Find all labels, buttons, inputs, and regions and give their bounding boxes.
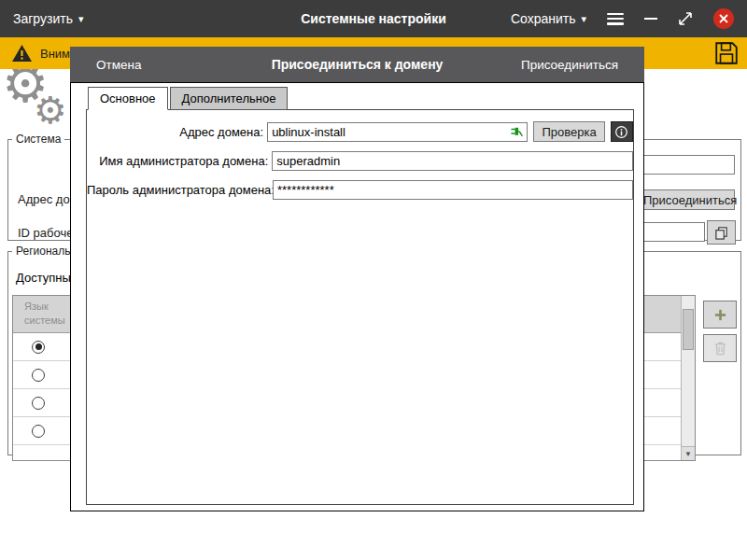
warning-icon	[11, 44, 33, 63]
copy-button[interactable]	[707, 220, 736, 245]
chevron-down-icon: ▾	[581, 14, 586, 24]
language-radio[interactable]	[32, 369, 45, 382]
dialog-password-input[interactable]	[273, 180, 633, 200]
settings-gear-small-icon: ⚙	[34, 91, 67, 129]
domain-address-row: Адрес домена: Проверка	[87, 121, 633, 142]
dialog-admin-input[interactable]	[272, 151, 633, 171]
dialog-header: Отмена Присоединиться к домену Присоедин…	[70, 47, 644, 82]
expand-icon[interactable]	[678, 11, 693, 26]
dialog-body: Основное Дополнительное Адрес домена:	[70, 82, 644, 511]
admin-name-row: Имя администратора домена:	[87, 151, 633, 171]
trash-icon	[713, 341, 727, 356]
window-title: Системные настройки	[301, 11, 446, 26]
save-disk-button[interactable]	[713, 40, 740, 66]
floppy-icon	[713, 40, 740, 66]
scrollbar-thumb[interactable]	[683, 309, 694, 350]
load-button[interactable]: Загрузить ▾	[13, 11, 83, 26]
dialog-domain-label: Адрес домена:	[87, 125, 263, 139]
load-button-label: Загрузить	[13, 11, 73, 26]
delete-language-button[interactable]	[703, 334, 737, 362]
dialog-admin-label: Имя администратора домена:	[87, 154, 268, 168]
join-domain-button[interactable]: Присоединиться	[635, 189, 735, 210]
titlebar-controls: Сохранить ▾	[511, 8, 747, 29]
menu-icon[interactable]	[607, 13, 624, 25]
titlebar: Загрузить ▾ Системные настройки Сохранит…	[0, 0, 747, 37]
info-button[interactable]	[611, 121, 633, 142]
add-language-button[interactable]	[703, 301, 737, 329]
minimize-icon[interactable]	[644, 18, 657, 21]
plus-icon	[713, 308, 727, 322]
tab-main[interactable]: Основное	[88, 87, 168, 110]
dialog-title: Присоединиться к домену	[272, 57, 444, 72]
save-button[interactable]: Сохранить ▾	[511, 11, 586, 26]
system-group-legend: Система	[12, 133, 64, 146]
chevron-down-icon: ▾	[78, 14, 84, 24]
save-button-label: Сохранить	[511, 11, 576, 26]
close-button[interactable]	[713, 8, 734, 29]
connection-ok-plug-icon	[510, 125, 524, 143]
scrollbar-down-icon[interactable]: ▼	[682, 446, 695, 460]
dialog-tabs: Основное Дополнительное	[86, 87, 634, 110]
language-radio[interactable]	[32, 425, 45, 438]
dialog-domain-input[interactable]	[267, 122, 528, 142]
dialog-cancel-button[interactable]: Отмена	[96, 58, 141, 72]
admin-password-row: Пароль администратора домена:	[87, 180, 633, 200]
language-radio[interactable]	[32, 397, 45, 410]
dialog-join-button[interactable]: Присоединиться	[521, 58, 618, 72]
available-languages-label: Доступные	[16, 271, 78, 285]
table-scrollbar[interactable]: ▼	[681, 296, 695, 460]
copy-icon	[714, 226, 728, 240]
dialog-password-label: Пароль администратора домена:	[87, 183, 269, 197]
info-icon	[614, 125, 628, 139]
join-domain-dialog: Отмена Присоединиться к домену Присоедин…	[70, 47, 644, 511]
tab-additional[interactable]: Дополнительное	[170, 87, 289, 110]
tab-panel: Адрес домена: Проверка	[86, 109, 634, 505]
language-radio[interactable]	[32, 341, 45, 354]
check-button[interactable]: Проверка	[533, 121, 604, 142]
